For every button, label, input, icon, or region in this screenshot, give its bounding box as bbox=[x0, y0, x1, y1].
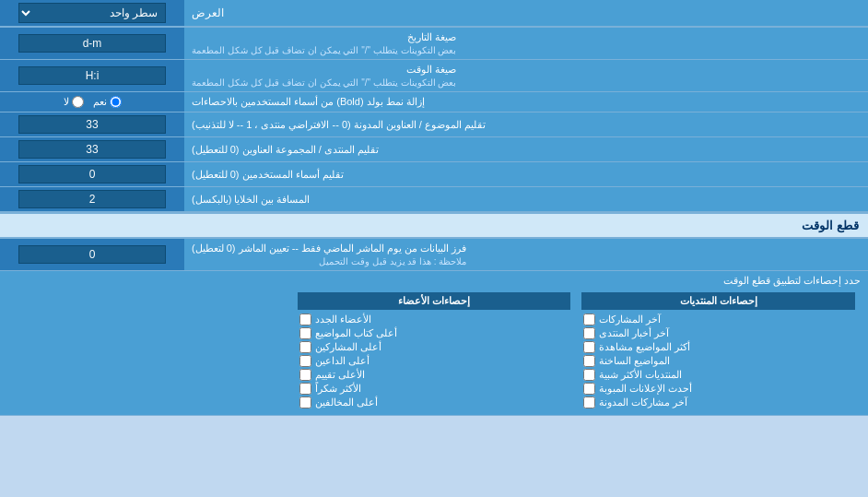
date-format-label: صيغة التاريخ بعض التكوينات يتطلب "/" الت… bbox=[184, 28, 868, 59]
hot-topics-item: المواضيع الساخنة bbox=[581, 354, 855, 368]
time-format-input-cell bbox=[0, 60, 184, 91]
bold-no-radio[interactable] bbox=[72, 96, 84, 108]
hot-topics-checkbox[interactable] bbox=[583, 355, 595, 367]
checkbox-columns: إحصاءات المنتديات آخر المشاركات آخر أخبا… bbox=[7, 290, 861, 411]
usernames-row: تقليم أسماء المستخدمين (0 للتعطيل) bbox=[0, 162, 868, 187]
most-thanked-checkbox[interactable] bbox=[299, 383, 311, 395]
usernames-label: تقليم أسماء المستخدمين (0 للتعطيل) bbox=[184, 162, 868, 186]
forum-news-item: آخر أخبار المنتدى bbox=[581, 326, 855, 340]
forums-stats-col: إحصاءات المنتديات آخر المشاركات آخر أخبا… bbox=[576, 290, 861, 411]
display-select-cell: سطر واحد سطرين ثلاثة أسطر bbox=[0, 0, 184, 27]
latest-classifieds-checkbox[interactable] bbox=[583, 383, 595, 395]
bold-yes-radio[interactable] bbox=[110, 96, 122, 108]
usernames-input[interactable] bbox=[18, 165, 166, 183]
top-participants-item: أعلى المشاركين bbox=[298, 340, 571, 354]
blog-posts-item: آخر مشاركات المدونة bbox=[581, 396, 855, 409]
top-participants-checkbox[interactable] bbox=[299, 341, 311, 353]
top-inviters-item: أعلى الداعين bbox=[298, 354, 571, 368]
members-stats-header: إحصاءات الأعضاء bbox=[298, 292, 571, 310]
cell-distance-input[interactable] bbox=[18, 190, 166, 208]
cell-distance-input-cell bbox=[0, 187, 184, 211]
forums-stats-header: إحصاءات المنتديات bbox=[581, 292, 855, 310]
forum-address-input[interactable] bbox=[18, 140, 166, 159]
blog-posts-checkbox[interactable] bbox=[583, 396, 595, 408]
bold-no-label[interactable]: لا bbox=[64, 96, 84, 108]
subject-address-label: تقليم الموضوع / العناوين المدونة (0 -- ا… bbox=[184, 112, 868, 136]
bold-yes-label[interactable]: نعم bbox=[93, 96, 122, 108]
top-violators-item: أعلى المخالفين bbox=[298, 396, 571, 409]
most-viewed-checkbox[interactable] bbox=[583, 341, 595, 353]
latest-classifieds-item: أحدث الإعلانات المبوبة bbox=[581, 382, 855, 396]
empty-col bbox=[7, 290, 292, 411]
display-row: العرض سطر واحد سطرين ثلاثة أسطر bbox=[0, 0, 868, 28]
top-topic-writers-item: أعلى كتاب المواضيع bbox=[298, 326, 571, 340]
time-cut-row: فرز البيانات من يوم الماشر الماضي فقط --… bbox=[0, 239, 868, 271]
display-select[interactable]: سطر واحد سطرين ثلاثة أسطر bbox=[18, 3, 166, 23]
cell-distance-label: المسافة بين الخلايا (بالبكسل) bbox=[184, 187, 868, 211]
top-rated-item: الأعلى تقييم bbox=[298, 368, 571, 382]
main-container: العرض سطر واحد سطرين ثلاثة أسطر صيغة الت… bbox=[0, 0, 868, 416]
date-format-input-cell bbox=[0, 28, 184, 59]
bold-remove-row: إزالة نمط بولد (Bold) من أسماء المستخدمي… bbox=[0, 92, 868, 112]
top-inviters-checkbox[interactable] bbox=[299, 355, 311, 367]
subject-address-input-cell bbox=[0, 112, 184, 136]
date-format-row: صيغة التاريخ بعض التكوينات يتطلب "/" الت… bbox=[0, 28, 868, 60]
forum-address-row: تقليم المنتدى / المجموعة العناوين (0 للت… bbox=[0, 137, 868, 162]
members-stats-col: إحصاءات الأعضاء الأعضاء الجدد أعلى كتاب … bbox=[292, 290, 577, 411]
stats-section-title: حدد إحصاءات لتطبيق قطع الوقت bbox=[7, 275, 861, 287]
time-format-label: صيغة الوقت بعض التكوينات يتطلب "/" التي … bbox=[184, 60, 868, 91]
usernames-input-cell bbox=[0, 162, 184, 186]
date-format-input[interactable] bbox=[18, 34, 166, 53]
most-similar-item: المنتديات الأكثر شبية bbox=[581, 368, 855, 382]
time-cut-input-cell bbox=[0, 239, 184, 270]
time-cut-label: فرز البيانات من يوم الماشر الماضي فقط --… bbox=[184, 239, 868, 270]
last-posts-item: آخر المشاركات bbox=[581, 313, 855, 326]
subject-address-row: تقليم الموضوع / العناوين المدونة (0 -- ا… bbox=[0, 112, 868, 137]
new-members-item: الأعضاء الجدد bbox=[298, 313, 571, 326]
display-label: العرض bbox=[184, 0, 868, 27]
bold-remove-label: إزالة نمط بولد (Bold) من أسماء المستخدمي… bbox=[184, 92, 868, 112]
forum-address-input-cell bbox=[0, 137, 184, 161]
last-posts-checkbox[interactable] bbox=[583, 314, 595, 325]
time-section-header: قطع الوقت bbox=[0, 212, 868, 239]
subject-address-input[interactable] bbox=[18, 115, 166, 134]
top-violators-checkbox[interactable] bbox=[299, 396, 311, 408]
bold-remove-radio-cell: نعم لا bbox=[0, 92, 184, 112]
time-format-row: صيغة الوقت بعض التكوينات يتطلب "/" التي … bbox=[0, 60, 868, 92]
most-thanked-item: الأكثر شكراً bbox=[298, 382, 571, 396]
forum-address-label: تقليم المنتدى / المجموعة العناوين (0 للت… bbox=[184, 137, 868, 161]
top-topic-writers-checkbox[interactable] bbox=[299, 327, 311, 339]
most-similar-checkbox[interactable] bbox=[583, 369, 595, 381]
forum-news-checkbox[interactable] bbox=[583, 327, 595, 339]
new-members-checkbox[interactable] bbox=[299, 314, 311, 325]
checkboxes-section: حدد إحصاءات لتطبيق قطع الوقت إحصاءات الم… bbox=[0, 271, 868, 416]
cell-distance-row: المسافة بين الخلايا (بالبكسل) bbox=[0, 187, 868, 212]
top-rated-checkbox[interactable] bbox=[299, 369, 311, 381]
most-viewed-item: أكثر المواضيع مشاهدة bbox=[581, 340, 855, 354]
time-cut-input[interactable] bbox=[18, 245, 166, 264]
time-format-input[interactable] bbox=[18, 66, 166, 85]
